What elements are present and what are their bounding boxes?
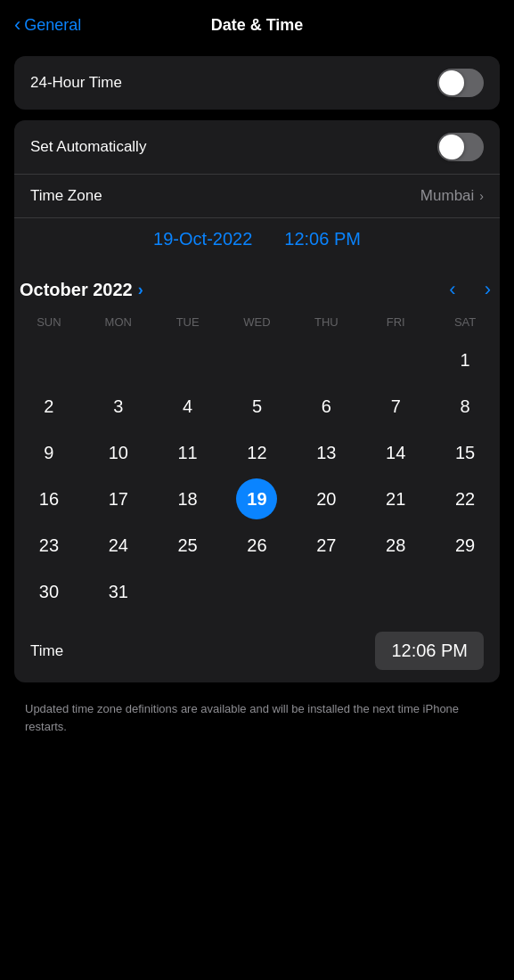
calendar-day-empty <box>306 571 347 612</box>
calendar-day[interactable]: 22 <box>445 478 485 519</box>
prev-month-button[interactable]: ‹ <box>445 278 459 301</box>
calendar-day[interactable]: 17 <box>98 478 139 519</box>
calendar-day[interactable]: 25 <box>167 525 208 566</box>
time-label: Time <box>30 642 63 660</box>
footer-note: Updated time zone definitions are availa… <box>0 693 514 753</box>
calendar-day[interactable]: 10 <box>98 432 139 473</box>
calendar-day-empty <box>167 571 208 612</box>
time-zone-label: Time Zone <box>30 187 102 205</box>
twenty-four-hour-section: 24-Hour Time <box>14 56 500 110</box>
calendar-day-empty <box>98 339 139 380</box>
calendar-day-empty <box>445 571 485 612</box>
calendar-day[interactable]: 6 <box>306 386 347 427</box>
calendar-day[interactable]: 21 <box>375 478 416 519</box>
day-header-sat: SAT <box>430 312 500 332</box>
time-badge[interactable]: 12:06 PM <box>375 632 484 670</box>
calendar-day-empty <box>29 339 69 380</box>
calendar-day[interactable]: 23 <box>29 525 69 566</box>
set-automatically-row: Set Automatically <box>14 120 500 175</box>
calendar-day[interactable]: 20 <box>306 478 347 519</box>
date-time-display-row: 19-Oct-2022 12:06 PM <box>14 218 500 264</box>
set-automatically-toggle[interactable] <box>437 133 484 161</box>
back-label: General <box>24 16 81 35</box>
twenty-four-hour-label: 24-Hour Time <box>30 74 122 92</box>
time-row: Time 12:06 PM <box>14 619 500 682</box>
day-header-thu: THU <box>291 312 361 332</box>
auto-timezone-section: Set Automatically Time Zone Mumbai › 19-… <box>14 120 500 682</box>
calendar-day[interactable]: 29 <box>445 525 485 566</box>
current-date-display[interactable]: 19-Oct-2022 <box>153 229 252 249</box>
calendar-day[interactable]: 16 <box>29 478 69 519</box>
calendar-day[interactable]: 9 <box>29 432 69 473</box>
month-year-display[interactable]: October 2022 › <box>20 280 143 300</box>
calendar-day[interactable]: 3 <box>98 386 139 427</box>
calendar-day[interactable]: 12 <box>236 432 277 473</box>
calendar-container: October 2022 › ‹ › SUN MON TUE WED THU F… <box>14 264 500 619</box>
day-header-wed: WED <box>223 312 292 332</box>
calendar-day[interactable]: 31 <box>98 571 139 612</box>
day-header-tue: TUE <box>153 312 223 332</box>
calendar-day[interactable]: 18 <box>167 478 208 519</box>
calendar-grid: SUN MON TUE WED THU FRI SAT 123456789101… <box>14 312 500 612</box>
calendar-nav-buttons: ‹ › <box>445 278 494 301</box>
calendar-day-empty <box>236 339 277 380</box>
calendar-day-empty <box>375 571 416 612</box>
calendar-day-empty <box>236 571 277 612</box>
back-button[interactable]: ‹ General <box>14 16 81 35</box>
back-chevron-icon: ‹ <box>14 15 20 35</box>
calendar-day[interactable]: 2 <box>29 386 69 427</box>
current-time-display[interactable]: 12:06 PM <box>284 229 361 249</box>
page-header: ‹ General Date & Time <box>0 0 514 45</box>
page-title: Date & Time <box>211 16 304 35</box>
calendar-day[interactable]: 8 <box>445 386 485 427</box>
calendar-day[interactable]: 28 <box>375 525 416 566</box>
day-header-mon: MON <box>84 312 153 332</box>
month-chevron-icon: › <box>138 281 143 299</box>
calendar-header: October 2022 › ‹ › <box>14 264 500 312</box>
month-year-text: October 2022 <box>20 280 133 300</box>
calendar-day[interactable]: 13 <box>306 432 347 473</box>
set-automatically-label: Set Automatically <box>30 138 146 156</box>
time-zone-chevron-icon: › <box>479 189 484 203</box>
time-zone-row[interactable]: Time Zone Mumbai › <box>14 175 500 218</box>
calendar-day[interactable]: 1 <box>445 339 485 380</box>
day-header-fri: FRI <box>361 312 430 332</box>
calendar-day[interactable]: 15 <box>445 432 485 473</box>
calendar-days: 1234567891011121314151617181920212223242… <box>14 339 500 612</box>
calendar-day[interactable]: 14 <box>375 432 416 473</box>
toggle-knob-auto <box>439 135 464 159</box>
next-month-button[interactable]: › <box>481 278 494 301</box>
toggle-knob <box>439 70 464 95</box>
calendar-day-empty <box>306 339 347 380</box>
calendar-day[interactable]: 11 <box>167 432 208 473</box>
calendar-day[interactable]: 7 <box>375 386 416 427</box>
calendar-day[interactable]: 30 <box>29 571 69 612</box>
calendar-day[interactable]: 26 <box>236 525 277 566</box>
calendar-day-empty <box>167 339 208 380</box>
calendar-day[interactable]: 24 <box>98 525 139 566</box>
calendar-day[interactable]: 5 <box>236 386 277 427</box>
day-headers-row: SUN MON TUE WED THU FRI SAT <box>14 312 500 332</box>
calendar-day-empty <box>375 339 416 380</box>
twenty-four-hour-toggle[interactable] <box>437 69 484 97</box>
calendar-day[interactable]: 27 <box>306 525 347 566</box>
time-zone-value: Mumbai › <box>420 187 484 205</box>
twenty-four-hour-row: 24-Hour Time <box>14 56 500 110</box>
day-header-sun: SUN <box>14 312 84 332</box>
calendar-day[interactable]: 19 <box>236 478 277 519</box>
calendar-day[interactable]: 4 <box>167 386 208 427</box>
